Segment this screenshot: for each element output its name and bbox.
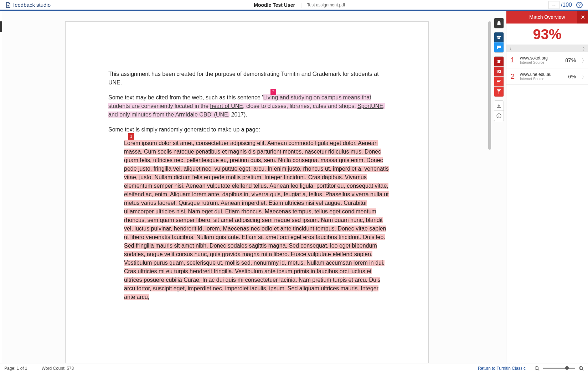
help-icon[interactable]: ? (576, 2, 583, 8)
zoom-in-icon (579, 366, 584, 371)
zoom-slider[interactable] (543, 368, 575, 369)
file-name: Test assignment.pdf (307, 2, 345, 7)
scroll-thumb[interactable] (488, 21, 491, 150)
match-source: Internet Source (520, 77, 564, 81)
next-button[interactable]: 〉 (583, 46, 584, 51)
grade-input[interactable]: -- /100 (548, 1, 572, 9)
info-icon: i (496, 113, 501, 118)
similarity-badge-button[interactable] (494, 57, 504, 67)
panel-header: Match Overview ✕ (506, 11, 588, 24)
grademark-button[interactable] (494, 32, 504, 42)
footer-left: Page: 1 of 1 Word Count: 573 (4, 366, 74, 371)
page-indicator: Page: 1 of 1 (4, 366, 27, 371)
match-number: 1 (511, 56, 516, 64)
chevron-right-icon: 〉 (582, 58, 584, 63)
close-icon: ✕ (581, 14, 585, 21)
svg-rect-0 (497, 80, 501, 81)
svg-text:i: i (499, 114, 500, 118)
download-group: i (494, 100, 504, 121)
panel-title: Match Overview (529, 14, 565, 20)
match-item[interactable]: 1 www.soket.org Internet Source 87% 〉 (506, 52, 588, 68)
svg-rect-2 (497, 83, 499, 83)
zoom-out-icon (535, 366, 540, 371)
barchart-icon (496, 79, 501, 84)
download-icon (497, 104, 501, 108)
filter-button[interactable] (494, 87, 504, 97)
classic-link[interactable]: Return to Turnitin Classic (478, 366, 526, 371)
paragraph: Some text is simply randomly generated t… (108, 125, 389, 134)
brand: feedback studio (5, 2, 51, 8)
user-name: Moodle Test User (254, 2, 295, 8)
match-marker-1[interactable]: 1 (128, 133, 134, 140)
svg-rect-1 (497, 81, 500, 82)
svg-line-9 (582, 369, 584, 371)
header-right: -- /100 ? (548, 1, 583, 9)
match-overview-panel: Match Overview ✕ 93% 〈 〉 1 www.soket.org… (506, 11, 588, 363)
match-pct: 87% (565, 57, 576, 63)
paragraph: Lorem ipsum dolor sit amet, consectetuer… (124, 139, 389, 301)
graduation-icon (496, 36, 501, 39)
funnel-icon (497, 89, 501, 94)
app-header: feedback studio Moodle Test User | Test … (0, 0, 588, 11)
document-viewport: This assignment has been created for the… (2, 11, 492, 363)
brand-text: feedback studio (13, 2, 51, 8)
document-page: This assignment has been created for the… (65, 21, 429, 363)
match-url: www.soket.org (520, 56, 561, 61)
match-source: Internet Source (520, 61, 561, 64)
match-number: 2 (511, 72, 516, 81)
match-info: www.soket.org Internet Source (520, 56, 561, 64)
prev-button[interactable]: 〈 (510, 46, 511, 51)
all-sources-button[interactable] (494, 77, 504, 87)
app-footer: Page: 1 of 1 Word Count: 573 Return to T… (0, 363, 588, 373)
word-count: Word Count: 573 (42, 366, 74, 371)
highlight-source1[interactable]: Lorem ipsum dolor sit amet, consectetuer… (124, 140, 389, 300)
scrollbar[interactable] (488, 21, 491, 268)
match-info: www.une.edu.au Internet Source (520, 72, 564, 81)
quickmark-button[interactable] (494, 42, 504, 52)
chevron-right-icon: 〉 (582, 74, 584, 79)
match-item[interactable]: 2 www.une.edu.au Internet Source 6% 〉 (506, 68, 588, 85)
speech-icon (496, 45, 501, 50)
zoom-out-button[interactable] (535, 366, 540, 371)
paragraph: This assignment has been created for the… (108, 70, 389, 87)
match-url: www.une.edu.au (520, 72, 564, 77)
svg-line-6 (538, 369, 540, 371)
header-info: Moodle Test User | Test assignment.pdf (51, 2, 548, 8)
layers-icon (496, 21, 501, 26)
download-button[interactable] (494, 101, 504, 111)
brand-icon (5, 2, 11, 8)
match-marker-2[interactable]: 2 (270, 89, 276, 95)
layers-button[interactable] (494, 18, 504, 28)
zoom-in-button[interactable] (579, 366, 584, 371)
match-nav: 〈 〉 (506, 45, 588, 52)
grading-group (494, 32, 504, 53)
similarity-group: 93 (494, 56, 504, 97)
info-button[interactable]: i (494, 111, 504, 121)
divider: | (300, 2, 302, 8)
side-toolbar: 93 i (492, 11, 506, 363)
grade-value[interactable]: -- (548, 1, 559, 9)
grade-total: /100 (561, 2, 572, 8)
paragraph: 2 Some text may be cited from the web, s… (108, 93, 389, 119)
match-list: 1 www.soket.org Internet Source 87% 〉 2 … (506, 52, 588, 363)
graduation-icon (496, 60, 501, 63)
zoom-thumb[interactable] (565, 366, 569, 370)
layer-group (494, 18, 504, 29)
similarity-score-button[interactable]: 93 (494, 67, 504, 77)
close-button[interactable]: ✕ (577, 11, 588, 24)
zoom-controls (535, 366, 584, 371)
overall-similarity: 93% (506, 24, 588, 45)
match-pct: 6% (568, 73, 576, 79)
